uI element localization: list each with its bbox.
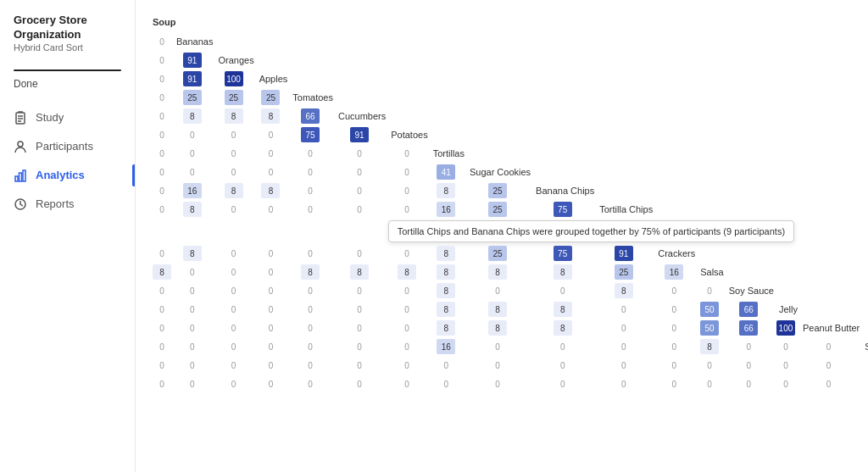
table-row: 00000001600008000Sandwiches bbox=[153, 337, 868, 356]
matrix-cell: 0 bbox=[287, 200, 333, 219]
table-row: 088866Cucumbers bbox=[153, 107, 868, 125]
matrix-cell: 0 bbox=[333, 244, 386, 263]
table-row: 01688000825Banana Chips bbox=[153, 181, 868, 200]
matrix-cell: 0 bbox=[333, 144, 386, 163]
sidebar-item-reports[interactable]: Reports bbox=[0, 190, 135, 219]
matrix-cell: 100 bbox=[213, 69, 253, 88]
matrix-cell: 41 bbox=[428, 163, 465, 181]
table-row: 0000000888005066Jelly bbox=[153, 300, 868, 319]
matrix-cell: 0 bbox=[386, 244, 427, 263]
table-row: 0000000Tortillas bbox=[153, 144, 868, 163]
matrix-cell: 0 bbox=[171, 263, 213, 281]
row-label: Soy Sauce bbox=[724, 281, 774, 300]
matrix-cell: 91 bbox=[333, 125, 386, 144]
matrix-cell: 0 bbox=[333, 319, 386, 337]
matrix-cell: 16 bbox=[171, 181, 213, 200]
matrix-cell: 0 bbox=[531, 337, 594, 356]
matrix-cell: 0 bbox=[695, 356, 724, 375]
matrix-cell: 0 bbox=[465, 337, 531, 356]
matrix-cell: 0 bbox=[254, 244, 288, 263]
matrix-cell: 0 bbox=[254, 300, 288, 319]
matrix-cell: 16 bbox=[653, 263, 695, 281]
matrix-cell: 25 bbox=[465, 200, 531, 219]
matrix-cell: 0 bbox=[171, 144, 213, 163]
person-icon bbox=[14, 140, 27, 153]
matrix-cell: 0 bbox=[465, 281, 531, 300]
matrix-cell: 0 bbox=[254, 375, 288, 393]
matrix-cell: 0 bbox=[171, 356, 213, 375]
matrix-cell: 0 bbox=[774, 337, 798, 356]
matrix-cell: 0 bbox=[254, 125, 288, 144]
svg-rect-5 bbox=[15, 176, 18, 181]
sidebar-item-participants-label: Participants bbox=[36, 140, 93, 153]
matrix-cell: 8 bbox=[531, 300, 594, 319]
matrix-cell: 0 bbox=[386, 200, 427, 219]
row-label: Crackers bbox=[653, 244, 695, 263]
row-label: Sandwiches bbox=[860, 337, 868, 356]
matrix-cell: 0 bbox=[153, 51, 171, 69]
table-row: 091Oranges bbox=[153, 51, 868, 69]
sidebar-item-study[interactable]: Study bbox=[0, 103, 135, 132]
matrix-cell: 8 bbox=[428, 244, 465, 263]
matrix-cell: 100 bbox=[774, 319, 798, 337]
app-subtitle: Hybrid Card Sort bbox=[14, 42, 121, 53]
matrix-cell: 0 bbox=[386, 337, 427, 356]
matrix-cell: 0 bbox=[774, 356, 798, 375]
matrix-cell: 0 bbox=[213, 319, 253, 337]
matrix-cell: 8 bbox=[287, 263, 333, 281]
matrix-cell: 75 bbox=[531, 200, 594, 219]
matrix-cell: 0 bbox=[171, 300, 213, 319]
table-row: 00000000000000000Eggs bbox=[153, 356, 868, 375]
matrix-cell: 0 bbox=[594, 356, 653, 375]
matrix-cell: 0 bbox=[171, 319, 213, 337]
table-row: 0000000000000000066Chocolate Milk bbox=[153, 375, 868, 393]
matrix-cell: 0 bbox=[333, 337, 386, 356]
matrix-cell: 0 bbox=[724, 337, 774, 356]
table-row: 80008888882516Salsa bbox=[153, 263, 868, 281]
matrix-cell: 0 bbox=[333, 300, 386, 319]
matrix-cell: 8 bbox=[171, 244, 213, 263]
matrix-cell: 0 bbox=[333, 181, 386, 200]
row-label: Jelly bbox=[774, 300, 798, 319]
sidebar-item-analytics[interactable]: Analytics bbox=[0, 161, 135, 190]
row-label: Tomatoes bbox=[287, 88, 333, 107]
similarity-matrix: Soup0Bananas091Oranges091100Apples025252… bbox=[153, 14, 868, 393]
matrix-cell: 0 bbox=[695, 375, 724, 393]
sidebar: Grocery Store Organization Hybrid Card S… bbox=[0, 0, 136, 472]
matrix-cell: 0 bbox=[254, 263, 288, 281]
matrix-cell: 0 bbox=[254, 281, 288, 300]
matrix-cell: 8 bbox=[428, 319, 465, 337]
matrix-cell: 0 bbox=[333, 163, 386, 181]
matrix-cell: 0 bbox=[153, 319, 171, 337]
matrix-cell: 91 bbox=[594, 244, 653, 263]
matrix-cell: 25 bbox=[254, 88, 288, 107]
matrix-cell: 0 bbox=[287, 281, 333, 300]
matrix-cell: 0 bbox=[287, 144, 333, 163]
grouping-tooltip: Tortilla Chips and Banana Chips were gro… bbox=[388, 220, 794, 242]
matrix-cell: 0 bbox=[213, 281, 253, 300]
matrix-cell: 0 bbox=[465, 375, 531, 393]
matrix-cell: 8 bbox=[171, 200, 213, 219]
matrix-cell: 0 bbox=[153, 125, 171, 144]
table-row: 0800000162575Tortilla Chips bbox=[153, 200, 868, 219]
matrix-cell: 0 bbox=[153, 69, 171, 88]
sidebar-nav: Study Participants Analytics bbox=[0, 103, 135, 219]
matrix-cell: 0 bbox=[531, 375, 594, 393]
table-row: 08000008257591Crackers bbox=[153, 244, 868, 263]
matrix-cell: 0 bbox=[153, 88, 171, 107]
study-status: Done bbox=[0, 78, 135, 103]
row-label: Banana Chips bbox=[531, 181, 594, 200]
sidebar-item-participants[interactable]: Participants bbox=[0, 132, 135, 161]
matrix-cell: 0 bbox=[213, 200, 253, 219]
row-label: Sugar Cookies bbox=[465, 163, 531, 181]
matrix-cell: 8 bbox=[465, 263, 531, 281]
matrix-cell: 25 bbox=[594, 263, 653, 281]
row-label: Apples bbox=[254, 69, 288, 88]
matrix-cell: 0 bbox=[287, 300, 333, 319]
matrix-cell: 66 bbox=[724, 300, 774, 319]
matrix-cell: 0 bbox=[213, 263, 253, 281]
table-row: 00007591Potatoes bbox=[153, 125, 868, 144]
matrix-cell: 0 bbox=[428, 375, 465, 393]
row-label: Oranges bbox=[213, 51, 253, 69]
matrix-cell: 0 bbox=[171, 125, 213, 144]
